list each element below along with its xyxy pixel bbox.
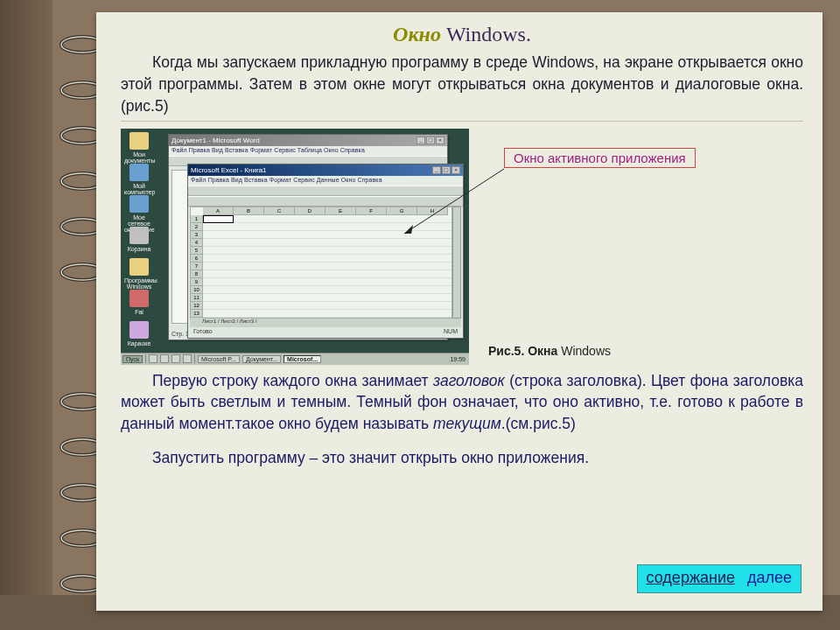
desktop-icon: Мой компьютер: [124, 164, 154, 195]
quicklaunch-icon: [160, 354, 169, 363]
document-page: Окно Windows. Когда мы запускаем приклад…: [96, 12, 822, 611]
excel-row-header: 2: [191, 223, 203, 231]
figure-row: Документ1 - Microsoft Word _▢× Файл Прав…: [121, 129, 803, 365]
word-menubar: Файл Правка Вид Вставка Формат Сервис Та…: [169, 146, 447, 156]
excel-row-header: 3: [191, 231, 203, 239]
excel-row-header: 10: [191, 286, 203, 294]
excel-status-num: NUM: [444, 328, 458, 337]
excel-col-header: H: [417, 207, 448, 215]
excel-status-ready: Готово: [193, 328, 213, 337]
excel-row-header: 6: [191, 255, 203, 262]
body-paragraph-3: Запустить программу – это значит открыть…: [121, 447, 803, 469]
term-zagolovok: заголовок: [433, 372, 505, 389]
excel-col-header: G: [387, 207, 417, 215]
title-part-1: Окно: [393, 23, 441, 46]
title-part-2: Windows.: [446, 23, 531, 46]
excel-statusbar: Готово NUM: [190, 328, 461, 337]
taskbar-task: Microsoft P...: [198, 355, 240, 363]
taskbar-clock: 19:59: [450, 356, 467, 362]
start-button: Пуск: [122, 355, 143, 363]
taskbar-task: Документ...: [242, 355, 281, 363]
excel-col-header: E: [326, 207, 356, 215]
caption-rest: Windows: [561, 344, 611, 358]
excel-row-header: 9: [191, 278, 203, 286]
section-divider: [121, 121, 803, 122]
excel-spreadsheet: ABCDEFGH 1234567891011121314: [190, 206, 452, 318]
word-statusbar: Стр. 1: [172, 331, 189, 337]
caption-bold: Рис.5. Окна: [488, 344, 561, 358]
excel-menubar: Файл Правка Вид Вставка Формат Сервис Да…: [188, 176, 463, 186]
nav-bar: содержание далее: [637, 564, 802, 593]
windows-desktop-screenshot: Документ1 - Microsoft Word _▢× Файл Прав…: [121, 129, 469, 365]
excel-window: Microsoft Excel - Книга1 _▢× Файл Правка…: [187, 164, 464, 339]
excel-title-text: Microsoft Excel - Книга1: [191, 166, 267, 174]
figure-caption: Рис.5. Окна Windows: [488, 344, 611, 358]
excel-row-header: 5: [191, 247, 203, 255]
excel-row-header: 7: [191, 262, 203, 270]
quicklaunch-icon: [183, 354, 192, 363]
callout-active-window: Окно активного приложения: [504, 148, 696, 168]
excel-toolbar-1: [188, 186, 463, 196]
page-backdrop-left: [0, 0, 52, 630]
taskbar-task-active: Microsof...: [284, 355, 321, 363]
excel-col-header: D: [295, 207, 326, 215]
excel-col-header: C: [264, 207, 295, 215]
word-title-text: Документ1 - Microsoft Word: [172, 136, 260, 144]
excel-toolbar-2: [188, 196, 463, 206]
excel-titlebar: Microsoft Excel - Книга1 _▢×: [188, 164, 463, 176]
os-taskbar: Пуск Microsoft P... Документ... Microsof…: [121, 353, 469, 365]
excel-col-header: A: [203, 207, 234, 215]
excel-rowhdr-col: 1234567891011121314: [191, 215, 203, 318]
excel-active-cell: [203, 215, 234, 223]
excel-row-header: 8: [191, 270, 203, 278]
page-title: Окно Windows.: [121, 23, 803, 46]
excel-row-header: 4: [191, 239, 203, 247]
excel-vscrollbar: [452, 206, 461, 318]
desktop-icon: Караоке: [124, 321, 154, 346]
quicklaunch-icon: [172, 354, 180, 363]
excel-row-header: 13: [191, 310, 203, 318]
body-paragraph-2: Первую строку каждого окна занимает заго…: [121, 370, 803, 436]
excel-sheet-tabs: Лист1 / Лист2 / Лист3 /: [190, 318, 461, 327]
excel-col-header: F: [356, 207, 387, 215]
desktop-icon: Fai: [124, 290, 154, 315]
quicklaunch-icon: [149, 354, 158, 363]
nav-toc-link[interactable]: содержание: [647, 569, 735, 587]
word-window-controls: _▢×: [416, 136, 444, 144]
excel-grid: [203, 215, 452, 318]
desktop-icon: Мои документы: [124, 132, 154, 164]
excel-row-header: 12: [191, 302, 203, 310]
excel-row-header: 1: [191, 215, 203, 223]
intro-paragraph: Когда мы запускаем прикладную программу …: [121, 52, 803, 117]
excel-col-header: B: [234, 207, 264, 215]
word-titlebar: Документ1 - Microsoft Word _▢×: [169, 135, 447, 146]
excel-row-header: 11: [191, 294, 203, 302]
nav-next-link[interactable]: далее: [747, 569, 792, 587]
desktop-icon: Корзина: [124, 227, 154, 252]
term-tekushchim: текущим: [433, 415, 501, 432]
excel-colhdr-row: ABCDEFGH: [203, 207, 452, 215]
excel-window-controls: _▢×: [432, 166, 460, 174]
